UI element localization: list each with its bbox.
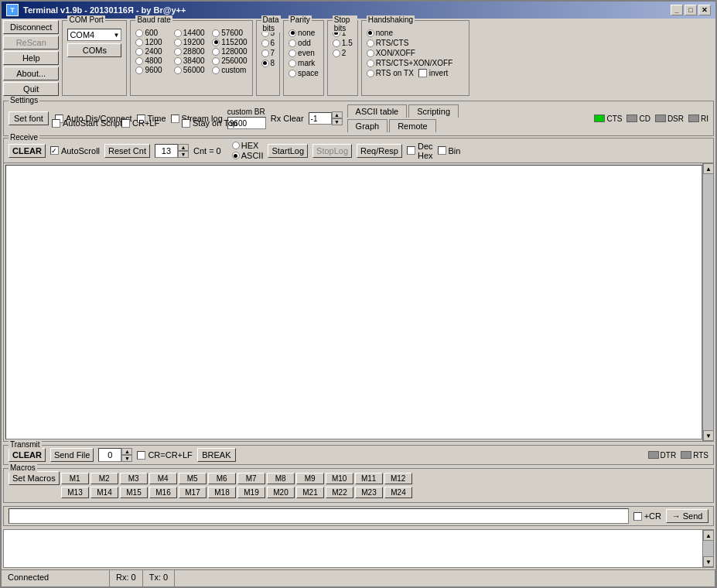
databits-8[interactable]: 8 <box>261 59 275 67</box>
handshaking-none[interactable]: none <box>367 29 464 37</box>
baud-57600-radio[interactable] <box>212 29 220 37</box>
baud-256000-radio[interactable] <box>212 57 220 65</box>
baud-19200-radio[interactable] <box>174 39 182 46</box>
baud-57600[interactable]: 57600 <box>212 29 247 37</box>
invert-checkbox[interactable] <box>418 69 427 77</box>
handshaking-rtscts-xonxoff-radio[interactable] <box>367 60 374 67</box>
tab-remote[interactable]: Remote <box>389 119 436 132</box>
ascii-radio-item[interactable]: ASCII <box>232 151 264 160</box>
rx-clear-down[interactable]: ▼ <box>332 118 343 125</box>
bin-item[interactable]: Bin <box>438 146 461 156</box>
transmit-down[interactable]: ▼ <box>121 455 132 462</box>
parity-odd-radio[interactable] <box>289 39 296 47</box>
req-resp-button[interactable]: Req/Resp <box>357 144 402 158</box>
macro-m13[interactable]: M13 <box>61 487 89 498</box>
macro-m6[interactable]: M6 <box>208 473 236 484</box>
baud-115200-radio[interactable] <box>212 39 220 46</box>
databits-8-radio[interactable] <box>261 60 269 67</box>
handshaking-xonxoff[interactable]: XON/XOFF <box>367 49 464 57</box>
invert-checkbox-item[interactable]: invert <box>418 69 448 77</box>
handshaking-xonxoff-radio[interactable] <box>367 50 374 57</box>
parity-mark[interactable]: mark <box>289 59 319 67</box>
handshaking-rtscts[interactable]: RTS/CTS <box>367 39 464 47</box>
parity-even[interactable]: even <box>289 49 319 57</box>
break-button[interactable]: BREAK <box>197 448 236 462</box>
parity-space-radio[interactable] <box>289 70 296 77</box>
crlf-item[interactable]: CR+LF <box>121 118 159 128</box>
macro-m18[interactable]: M18 <box>208 487 236 498</box>
parity-none[interactable]: none <box>289 29 319 37</box>
cnt-up[interactable]: ▲ <box>178 144 189 151</box>
minimize-button[interactable]: _ <box>671 5 683 15</box>
transmit-input[interactable] <box>98 448 121 462</box>
baud-38400[interactable]: 38400 <box>174 56 209 65</box>
baud-128000-radio[interactable] <box>212 48 220 56</box>
set-font-button[interactable]: Set font <box>9 111 49 125</box>
send-scrollbar[interactable]: ▲ ▼ <box>702 530 713 567</box>
receive-scrollbar[interactable]: ▲ ▼ <box>702 163 713 441</box>
baud-4800-radio[interactable] <box>135 57 143 65</box>
baud-600[interactable]: 600 <box>135 29 170 37</box>
parity-odd[interactable]: odd <box>289 39 319 47</box>
baud-19200[interactable]: 19200 <box>174 38 209 46</box>
cr-send-checkbox[interactable] <box>633 512 642 521</box>
baud-38400-radio[interactable] <box>174 57 182 65</box>
cr-crlf-item[interactable]: CR=CR+LF <box>137 450 192 460</box>
about-button[interactable]: About... <box>3 67 59 80</box>
macro-m2[interactable]: M2 <box>90 473 118 484</box>
macro-m4[interactable]: M4 <box>149 473 177 484</box>
send-input[interactable] <box>9 508 629 524</box>
databits-6[interactable]: 6 <box>261 39 275 47</box>
rescan-button[interactable]: ReScan <box>3 36 59 50</box>
quit-button[interactable]: Quit <box>3 82 59 96</box>
baud-28800-radio[interactable] <box>174 48 182 56</box>
set-macros-button[interactable]: Set Macros <box>9 471 60 485</box>
stay-on-top-checkbox[interactable] <box>182 119 190 128</box>
rx-clear-up[interactable]: ▲ <box>332 111 343 118</box>
macro-m7[interactable]: M7 <box>237 473 265 484</box>
baud-14400[interactable]: 14400 <box>174 29 209 37</box>
tab-scripting[interactable]: Scripting <box>408 104 459 118</box>
reset-cnt-button[interactable]: Reset Cnt <box>104 144 150 158</box>
databits-7[interactable]: 7 <box>261 49 275 57</box>
baud-28800[interactable]: 28800 <box>174 47 209 56</box>
baud-256000[interactable]: 256000 <box>212 56 247 65</box>
transmit-clear-button[interactable]: CLEAR <box>9 448 46 462</box>
macro-m9[interactable]: M9 <box>296 473 324 484</box>
send-file-button[interactable]: Send File <box>50 448 94 462</box>
disconnect-button[interactable]: Disconnect <box>3 20 59 34</box>
handshaking-rts-tx[interactable]: RTS on TX <box>367 69 414 77</box>
macro-m8[interactable]: M8 <box>267 473 295 484</box>
autoscroll-item[interactable]: AutoScroll <box>50 146 100 156</box>
baud-56000[interactable]: 56000 <box>174 66 209 74</box>
handshaking-rts-tx-radio[interactable] <box>367 70 374 77</box>
macro-m3[interactable]: M3 <box>120 473 148 484</box>
macro-m23[interactable]: M23 <box>355 487 383 498</box>
baud-4800[interactable]: 4800 <box>135 56 170 65</box>
macro-m12[interactable]: M12 <box>384 473 412 484</box>
maximize-button[interactable]: □ <box>685 5 697 15</box>
macro-m19[interactable]: M19 <box>237 487 265 498</box>
macro-m5[interactable]: M5 <box>179 473 207 484</box>
help-button[interactable]: Help <box>3 51 59 65</box>
rx-clear-input[interactable] <box>309 112 332 125</box>
crlf-checkbox[interactable] <box>121 119 130 128</box>
stream-log-checkbox[interactable] <box>171 115 179 123</box>
macro-m22[interactable]: M22 <box>326 487 353 498</box>
stopbits-2-radio[interactable] <box>333 50 340 57</box>
receive-content[interactable] <box>5 165 702 439</box>
receive-clear-button[interactable]: CLEAR <box>9 144 46 158</box>
dec-hex-item[interactable]: DecHex <box>407 142 433 160</box>
stopbits-1-5[interactable]: 1.5 <box>333 39 353 47</box>
baud-custom-radio[interactable] <box>212 67 220 74</box>
macro-m21[interactable]: M21 <box>296 487 324 498</box>
send-textarea[interactable] <box>4 530 702 567</box>
dec-hex-checkbox[interactable] <box>407 146 415 155</box>
baud-custom[interactable]: custom <box>212 66 247 74</box>
autoscroll-checkbox[interactable] <box>50 146 59 155</box>
handshaking-rtscts-radio[interactable] <box>367 39 374 47</box>
baud-600-radio[interactable] <box>135 29 143 37</box>
startlog-button[interactable]: StartLog <box>268 144 308 158</box>
tab-graph[interactable]: Graph <box>347 119 388 132</box>
parity-none-radio[interactable] <box>289 29 296 37</box>
